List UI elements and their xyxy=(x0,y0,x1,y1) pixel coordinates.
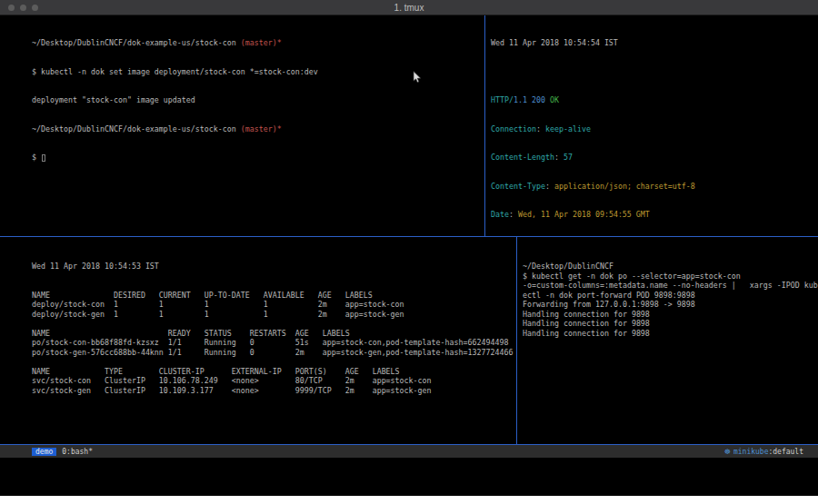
response-header: Date: Wed, 11 Apr 2018 09:54:55 GMT xyxy=(491,210,818,220)
port-forward-output: ~/Desktop/DublinCNCF $ kubectl get -n do… xyxy=(523,262,818,338)
inactive-terminal-cursor xyxy=(42,154,45,162)
pane-divider-vertical-top[interactable] xyxy=(484,15,485,236)
response-header: Connection: keep-alive xyxy=(491,124,818,134)
pane-bottom-right[interactable]: ~/Desktop/DublinCNCF $ kubectl get -n do… xyxy=(517,237,818,444)
prompt-path: ~/Desktop/DublinCNCF/dok-example-us/stoc… xyxy=(32,38,241,47)
tmux-session-name: demo xyxy=(32,448,56,456)
kube-namespace: :default xyxy=(768,448,803,456)
shell-prompt: ~/Desktop/DublinCNCF/dok-example-us/stoc… xyxy=(32,38,482,48)
window-titlebar[interactable]: 1. tmux xyxy=(0,0,818,15)
tmux-window-item[interactable]: 0:bash* xyxy=(62,448,93,456)
terminal-window: 1. tmux ~/Desktop/DublinCNCF/dok-example… xyxy=(0,0,818,496)
status-right: ☸minikube:default xyxy=(724,448,803,456)
git-branch: (master)* xyxy=(241,38,282,47)
kubernetes-helm-icon: ☸ xyxy=(724,448,731,456)
response-header: Content-Length: 57 xyxy=(491,153,818,163)
kubectl-watch-output: Wed 11 Apr 2018 10:54:53 IST NAME DESIRE… xyxy=(32,262,514,395)
command-output: deployment "stock-con" image updated xyxy=(32,95,482,105)
pane-bottom-left[interactable]: Wed 11 Apr 2018 10:54:53 IST NAME DESIRE… xyxy=(0,237,516,444)
prompt-char: $ xyxy=(32,153,41,162)
mouse-pointer-icon xyxy=(413,70,423,87)
shell-prompt: ~/Desktop/DublinCNCF/dok-example-us/stoc… xyxy=(32,124,482,134)
kube-context: minikube xyxy=(733,448,769,456)
timestamp: Wed 11 Apr 2018 10:54:54 IST xyxy=(491,38,818,48)
pane-top-left[interactable]: ~/Desktop/DublinCNCF/dok-example-us/stoc… xyxy=(0,15,484,236)
shell-prompt-empty: $ xyxy=(32,153,482,163)
pane-divider-horizontal[interactable] xyxy=(0,236,818,237)
tmux-status-bar: demo0:bash* ☸minikube:default xyxy=(0,445,818,458)
window-title: 1. tmux xyxy=(0,0,818,15)
git-branch: (master)* xyxy=(241,124,282,133)
prompt-path: ~/Desktop/DublinCNCF/dok-example-us/stoc… xyxy=(32,124,241,133)
pane-divider-vertical-bottom[interactable] xyxy=(516,237,517,444)
pane-top-right[interactable]: Wed 11 Apr 2018 10:54:54 IST HTTP/1.1 20… xyxy=(485,15,818,236)
status-left: demo0:bash* xyxy=(32,448,93,456)
response-header: Content-Type: application/json; charset=… xyxy=(491,182,818,192)
http-status-line: HTTP/1.1 200 OK xyxy=(491,95,818,105)
